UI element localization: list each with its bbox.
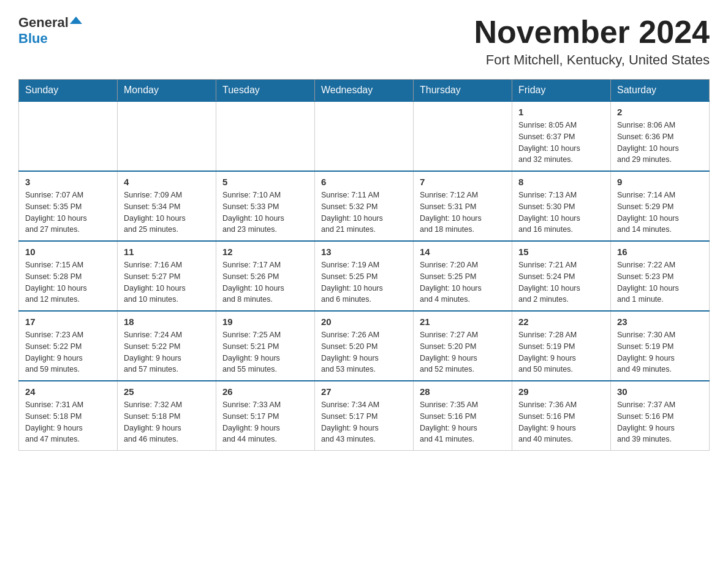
day-info: Sunrise: 7:27 AM Sunset: 5:20 PM Dayligh… — [420, 329, 506, 375]
calendar-cell: 28Sunrise: 7:35 AM Sunset: 5:16 PM Dayli… — [414, 381, 512, 451]
calendar-cell: 3Sunrise: 7:07 AM Sunset: 5:35 PM Daylig… — [19, 171, 118, 241]
day-number: 12 — [222, 247, 308, 257]
day-number: 3 — [25, 177, 111, 187]
calendar-header-saturday: Saturday — [611, 80, 710, 102]
calendar-cell: 1Sunrise: 8:05 AM Sunset: 6:37 PM Daylig… — [512, 101, 611, 171]
day-info: Sunrise: 7:24 AM Sunset: 5:22 PM Dayligh… — [124, 329, 210, 375]
day-number: 7 — [420, 177, 506, 187]
day-info: Sunrise: 7:12 AM Sunset: 5:31 PM Dayligh… — [420, 190, 506, 236]
calendar-cell: 4Sunrise: 7:09 AM Sunset: 5:34 PM Daylig… — [118, 171, 216, 241]
day-info: Sunrise: 7:23 AM Sunset: 5:22 PM Dayligh… — [25, 329, 111, 375]
calendar-cell: 26Sunrise: 7:33 AM Sunset: 5:17 PM Dayli… — [216, 381, 315, 451]
day-number: 29 — [518, 386, 604, 397]
calendar-cell: 29Sunrise: 7:36 AM Sunset: 5:16 PM Dayli… — [512, 381, 611, 451]
calendar-cell: 27Sunrise: 7:34 AM Sunset: 5:17 PM Dayli… — [315, 381, 414, 451]
day-info: Sunrise: 7:28 AM Sunset: 5:19 PM Dayligh… — [518, 329, 604, 375]
calendar-cell: 2Sunrise: 8:06 AM Sunset: 6:36 PM Daylig… — [611, 101, 710, 171]
month-title: November 2024 — [474, 15, 710, 50]
calendar-header-row: SundayMondayTuesdayWednesdayThursdayFrid… — [19, 80, 710, 102]
calendar-cell — [19, 101, 118, 171]
day-info: Sunrise: 7:32 AM Sunset: 5:18 PM Dayligh… — [124, 399, 210, 445]
day-info: Sunrise: 7:25 AM Sunset: 5:21 PM Dayligh… — [222, 329, 308, 375]
day-number: 13 — [321, 247, 407, 257]
calendar-header-sunday: Sunday — [19, 80, 118, 102]
day-info: Sunrise: 7:37 AM Sunset: 5:16 PM Dayligh… — [617, 399, 703, 445]
day-info: Sunrise: 7:35 AM Sunset: 5:16 PM Dayligh… — [420, 399, 506, 445]
calendar-week-row: 10Sunrise: 7:15 AM Sunset: 5:28 PM Dayli… — [19, 241, 710, 311]
day-number: 20 — [321, 316, 407, 327]
day-info: Sunrise: 7:33 AM Sunset: 5:17 PM Dayligh… — [222, 399, 308, 445]
day-info: Sunrise: 7:19 AM Sunset: 5:25 PM Dayligh… — [321, 259, 407, 305]
calendar-cell: 14Sunrise: 7:20 AM Sunset: 5:25 PM Dayli… — [414, 241, 512, 311]
page-header: General Blue November 2024 Fort Mitchell… — [18, 15, 710, 68]
day-number: 6 — [321, 177, 407, 187]
day-info: Sunrise: 7:22 AM Sunset: 5:23 PM Dayligh… — [617, 259, 703, 305]
calendar-cell: 15Sunrise: 7:21 AM Sunset: 5:24 PM Dayli… — [512, 241, 611, 311]
calendar-cell: 11Sunrise: 7:16 AM Sunset: 5:27 PM Dayli… — [118, 241, 216, 311]
day-info: Sunrise: 7:34 AM Sunset: 5:17 PM Dayligh… — [321, 399, 407, 445]
location-title: Fort Mitchell, Kentucky, United States — [474, 52, 710, 68]
day-number: 17 — [25, 316, 111, 327]
day-info: Sunrise: 7:20 AM Sunset: 5:25 PM Dayligh… — [420, 259, 506, 305]
day-info: Sunrise: 7:11 AM Sunset: 5:32 PM Dayligh… — [321, 190, 407, 236]
calendar-cell: 30Sunrise: 7:37 AM Sunset: 5:16 PM Dayli… — [611, 381, 710, 451]
day-info: Sunrise: 7:15 AM Sunset: 5:28 PM Dayligh… — [25, 259, 111, 305]
day-info: Sunrise: 7:17 AM Sunset: 5:26 PM Dayligh… — [222, 259, 308, 305]
day-info: Sunrise: 8:05 AM Sunset: 6:37 PM Dayligh… — [518, 120, 604, 166]
calendar-cell: 16Sunrise: 7:22 AM Sunset: 5:23 PM Dayli… — [611, 241, 710, 311]
day-info: Sunrise: 7:14 AM Sunset: 5:29 PM Dayligh… — [617, 190, 703, 236]
day-number: 15 — [518, 247, 604, 257]
calendar-cell: 23Sunrise: 7:30 AM Sunset: 5:19 PM Dayli… — [611, 311, 710, 381]
day-number: 24 — [25, 386, 111, 397]
day-number: 9 — [617, 177, 703, 187]
calendar-header-thursday: Thursday — [414, 80, 512, 102]
calendar-header-monday: Monday — [118, 80, 216, 102]
calendar-cell — [216, 101, 315, 171]
calendar-week-row: 3Sunrise: 7:07 AM Sunset: 5:35 PM Daylig… — [19, 171, 710, 241]
day-number: 18 — [124, 316, 210, 327]
day-info: Sunrise: 7:30 AM Sunset: 5:19 PM Dayligh… — [617, 329, 703, 375]
calendar-cell: 7Sunrise: 7:12 AM Sunset: 5:31 PM Daylig… — [414, 171, 512, 241]
calendar-cell: 25Sunrise: 7:32 AM Sunset: 5:18 PM Dayli… — [118, 381, 216, 451]
day-info: Sunrise: 7:26 AM Sunset: 5:20 PM Dayligh… — [321, 329, 407, 375]
calendar-cell: 22Sunrise: 7:28 AM Sunset: 5:19 PM Dayli… — [512, 311, 611, 381]
day-number: 27 — [321, 386, 407, 397]
calendar-cell: 8Sunrise: 7:13 AM Sunset: 5:30 PM Daylig… — [512, 171, 611, 241]
day-number: 8 — [518, 177, 604, 187]
title-section: November 2024 Fort Mitchell, Kentucky, U… — [474, 15, 710, 68]
calendar-cell: 10Sunrise: 7:15 AM Sunset: 5:28 PM Dayli… — [19, 241, 118, 311]
calendar-cell: 13Sunrise: 7:19 AM Sunset: 5:25 PM Dayli… — [315, 241, 414, 311]
day-info: Sunrise: 7:13 AM Sunset: 5:30 PM Dayligh… — [518, 190, 604, 236]
day-number: 14 — [420, 247, 506, 257]
day-info: Sunrise: 7:21 AM Sunset: 5:24 PM Dayligh… — [518, 259, 604, 305]
calendar-cell — [118, 101, 216, 171]
calendar-table: SundayMondayTuesdayWednesdayThursdayFrid… — [18, 79, 710, 451]
calendar-cell: 6Sunrise: 7:11 AM Sunset: 5:32 PM Daylig… — [315, 171, 414, 241]
day-number: 2 — [617, 107, 703, 117]
calendar-week-row: 17Sunrise: 7:23 AM Sunset: 5:22 PM Dayli… — [19, 311, 710, 381]
day-info: Sunrise: 7:09 AM Sunset: 5:34 PM Dayligh… — [124, 190, 210, 236]
logo-triangle-icon — [70, 15, 82, 28]
calendar-cell: 5Sunrise: 7:10 AM Sunset: 5:33 PM Daylig… — [216, 171, 315, 241]
day-number: 30 — [617, 386, 703, 397]
day-number: 19 — [222, 316, 308, 327]
calendar-header-tuesday: Tuesday — [216, 80, 315, 102]
calendar-cell — [414, 101, 512, 171]
calendar-cell: 18Sunrise: 7:24 AM Sunset: 5:22 PM Dayli… — [118, 311, 216, 381]
logo-general-text: General — [18, 15, 69, 31]
calendar-week-row: 24Sunrise: 7:31 AM Sunset: 5:18 PM Dayli… — [19, 381, 710, 451]
day-info: Sunrise: 7:31 AM Sunset: 5:18 PM Dayligh… — [25, 399, 111, 445]
day-number: 22 — [518, 316, 604, 327]
day-info: Sunrise: 7:07 AM Sunset: 5:35 PM Dayligh… — [25, 190, 111, 236]
day-number: 28 — [420, 386, 506, 397]
day-number: 23 — [617, 316, 703, 327]
day-number: 25 — [124, 386, 210, 397]
logo: General Blue — [18, 15, 82, 47]
day-info: Sunrise: 7:10 AM Sunset: 5:33 PM Dayligh… — [222, 190, 308, 236]
day-number: 5 — [222, 177, 308, 187]
day-number: 1 — [518, 107, 604, 117]
day-info: Sunrise: 7:16 AM Sunset: 5:27 PM Dayligh… — [124, 259, 210, 305]
calendar-cell: 12Sunrise: 7:17 AM Sunset: 5:26 PM Dayli… — [216, 241, 315, 311]
day-number: 10 — [25, 247, 111, 257]
calendar-cell: 19Sunrise: 7:25 AM Sunset: 5:21 PM Dayli… — [216, 311, 315, 381]
